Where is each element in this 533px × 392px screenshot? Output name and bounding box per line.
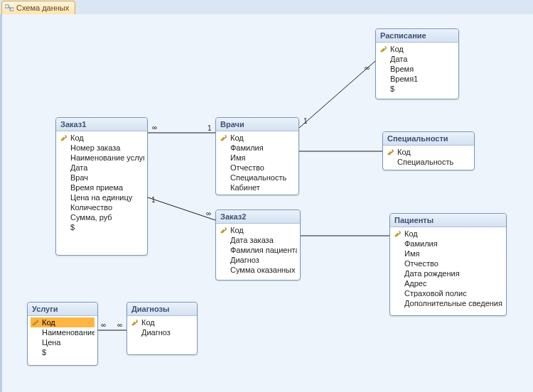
table-field[interactable]: Цена на единицу xyxy=(59,192,144,202)
table-field[interactable]: Дата xyxy=(59,163,144,173)
table-field[interactable]: Код xyxy=(393,229,503,239)
table-field[interactable]: Диагноз xyxy=(130,327,194,337)
field-label: Специальность xyxy=(397,158,453,166)
table-field[interactable]: Наименование услуг xyxy=(59,153,144,163)
tab-title: Схема данных xyxy=(16,4,69,12)
table-field[interactable]: $ xyxy=(59,222,144,232)
field-list: КодФамилияИмяОтчествоДата рожденияАдресС… xyxy=(390,229,506,308)
primary-key-icon xyxy=(220,134,227,141)
table-title[interactable]: Заказ2 xyxy=(216,210,300,224)
field-label: Имя xyxy=(404,249,419,258)
table-field[interactable]: Фамилия пациента xyxy=(219,245,297,255)
table-field[interactable]: Наименование xyxy=(31,327,95,337)
field-label: Специальность xyxy=(230,173,286,182)
table-field[interactable]: Кабинет xyxy=(219,183,296,192)
field-label: Фамилия xyxy=(404,239,438,248)
viewport: Схема данных ∞ 1 1 ∞ 1 ∞ ∞ ∞ З xyxy=(0,0,533,392)
table-field[interactable]: Код xyxy=(130,317,194,327)
table-title[interactable]: Врачи xyxy=(216,118,298,131)
table-field[interactable]: Код xyxy=(379,44,456,54)
table-field[interactable]: Код xyxy=(219,133,296,143)
svg-rect-0 xyxy=(5,5,9,8)
primary-key-icon xyxy=(380,45,387,53)
table-field[interactable]: Время приема xyxy=(59,183,144,192)
field-label: Наименование услуг xyxy=(70,153,144,162)
table-field[interactable]: Дата xyxy=(379,54,456,64)
table-field[interactable]: Имя xyxy=(219,153,296,163)
tab-schema[interactable]: Схема данных xyxy=(1,1,75,14)
table-title[interactable]: Услуги xyxy=(28,303,97,316)
table-field[interactable]: Адрес xyxy=(393,278,503,288)
table-field[interactable]: Код xyxy=(59,133,144,143)
table-title[interactable]: Расписание xyxy=(376,29,458,43)
field-label: Врач xyxy=(70,173,88,182)
table-field[interactable]: Фамилия xyxy=(393,239,503,249)
table-field[interactable]: Дата заказа xyxy=(219,235,297,245)
table-patsienty[interactable]: Пациенты КодФамилияИмяОтчествоДата рожде… xyxy=(389,213,507,316)
table-field[interactable]: Код xyxy=(386,147,471,157)
tabbar: Схема данных xyxy=(0,0,533,15)
table-zakaz2[interactable]: Заказ2 КодДата заказаФамилия пациентаДиа… xyxy=(215,209,301,281)
table-field[interactable]: Специальность xyxy=(219,173,296,183)
primary-key-icon xyxy=(131,319,139,326)
primary-key-icon xyxy=(32,319,39,326)
field-label: Диагноз xyxy=(141,328,171,337)
cardinality-label: ∞ xyxy=(364,64,370,72)
table-field[interactable]: Сумма, руб xyxy=(59,212,144,222)
table-field[interactable]: Диагноз xyxy=(219,255,297,265)
table-spetsialnosti[interactable]: Специальности КодСпециальность xyxy=(382,131,475,170)
table-field[interactable]: Отчество xyxy=(393,258,503,268)
field-list: КодДата заказаФамилия пациентаДиагнозСум… xyxy=(216,225,300,275)
field-label: Код xyxy=(70,134,84,142)
table-title[interactable]: Диагнозы xyxy=(127,303,197,316)
field-label: Адрес xyxy=(404,279,427,288)
table-raspisanie[interactable]: Расписание КодДатаВремяВремя1$ xyxy=(375,28,459,99)
table-field[interactable]: Страховой полис xyxy=(393,288,503,298)
field-label: Дополнительные сведения xyxy=(404,299,502,307)
field-list: КодДиагноз xyxy=(127,317,197,337)
field-label: Кабинет xyxy=(230,183,260,192)
field-label: Фамилия xyxy=(230,143,264,152)
primary-key-icon xyxy=(220,227,227,234)
field-label: $ xyxy=(42,348,46,356)
table-field[interactable]: Дата рождения xyxy=(393,268,503,278)
table-diagnozy[interactable]: Диагнозы КодДиагноз xyxy=(126,302,198,355)
table-field[interactable]: Врач xyxy=(59,173,144,183)
table-uslugi[interactable]: Услуги КодНаименованиеЦена$ xyxy=(27,302,98,366)
relationship-canvas[interactable]: ∞ 1 1 ∞ 1 ∞ ∞ ∞ Заказ1 КодНомер заказаНа… xyxy=(0,14,533,392)
field-list: КодСпециальность xyxy=(383,147,474,167)
relationships-icon xyxy=(5,4,14,12)
field-label: Отчество xyxy=(230,163,264,172)
table-vrachi[interactable]: Врачи КодФамилияИмяОтчествоСпециальность… xyxy=(215,117,299,195)
field-list: КодНомер заказаНаименование услугДатаВра… xyxy=(56,133,147,232)
field-label: Дата заказа xyxy=(230,236,274,244)
table-field[interactable]: Цена xyxy=(31,337,95,347)
table-field[interactable]: Специальность xyxy=(386,157,471,167)
table-field[interactable]: $ xyxy=(379,84,456,94)
table-field[interactable]: Сумма оказанных xyxy=(219,265,297,275)
table-field[interactable]: Отчество xyxy=(219,163,296,173)
field-label: Время1 xyxy=(390,75,418,83)
field-label: Страховой полис xyxy=(404,289,467,298)
field-label: Код xyxy=(230,134,244,142)
table-field[interactable]: Код xyxy=(31,317,95,327)
table-title[interactable]: Специальности xyxy=(383,132,474,146)
table-field[interactable]: Дополнительные сведения xyxy=(393,298,503,308)
table-field[interactable]: Номер заказа xyxy=(59,143,144,153)
field-list: КодФамилияИмяОтчествоСпециальностьКабине… xyxy=(216,133,298,192)
table-field[interactable]: Количество xyxy=(59,202,144,212)
table-zakaz1[interactable]: Заказ1 КодНомер заказаНаименование услуг… xyxy=(55,117,148,256)
cardinality-label: ∞ xyxy=(205,209,212,217)
table-field[interactable]: $ xyxy=(31,347,95,357)
table-field[interactable]: Код xyxy=(219,225,297,235)
table-title[interactable]: Пациенты xyxy=(390,214,506,227)
primary-key-icon xyxy=(394,230,402,237)
primary-key-icon xyxy=(387,148,394,156)
field-list: КодДатаВремяВремя1$ xyxy=(376,44,458,94)
table-field[interactable]: Фамилия xyxy=(219,143,296,153)
table-field[interactable]: Время1 xyxy=(379,74,456,84)
field-list: КодНаименованиеЦена$ xyxy=(28,317,97,357)
table-field[interactable]: Имя xyxy=(393,249,503,258)
table-title[interactable]: Заказ1 xyxy=(56,118,147,131)
table-field[interactable]: Время xyxy=(379,64,456,74)
